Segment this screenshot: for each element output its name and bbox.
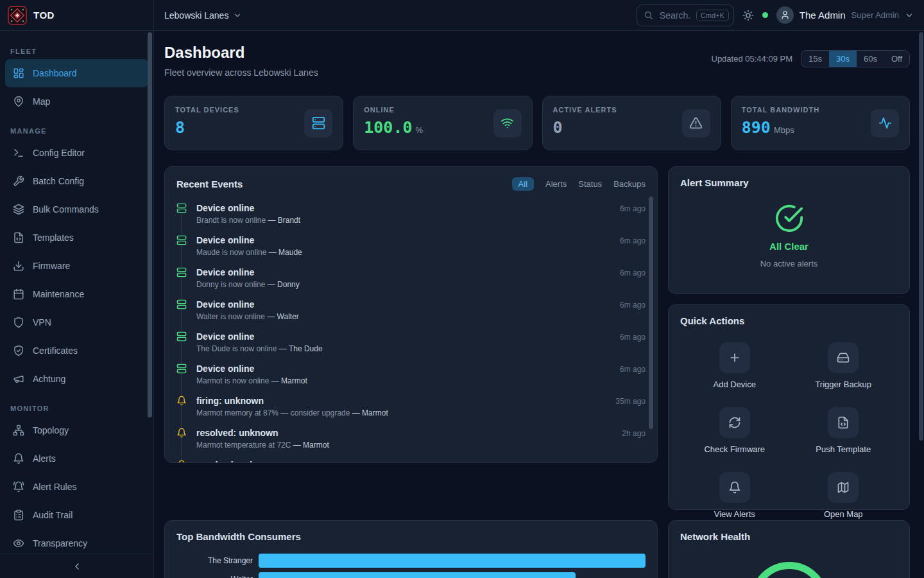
user-menu[interactable]: The Admin Super Admin: [776, 6, 914, 24]
event-time: 6m ago: [620, 268, 646, 277]
sidebar-item-templates[interactable]: Templates: [5, 223, 148, 252]
org-switcher[interactable]: Lebowski Lanes: [164, 10, 242, 21]
event-title: resolved: unknown: [196, 428, 278, 438]
map-pin-icon: [13, 96, 24, 107]
theme-toggle-sun-icon[interactable]: [742, 10, 754, 21]
stat-unit: %: [416, 125, 424, 135]
event-title: Device online: [196, 267, 254, 277]
sidebar-item-achtung[interactable]: Achtung: [5, 365, 148, 393]
server-icon: [176, 331, 187, 342]
bandwidth-device-label: The Stranger: [176, 556, 259, 565]
event-time: 6m ago: [620, 204, 646, 213]
event-list: Device online6m ago Brandt is now online…: [176, 203, 646, 463]
clipboard-list-icon: [13, 509, 24, 521]
events-filter-alerts[interactable]: Alerts: [545, 179, 567, 189]
sidebar-item-alert-rules[interactable]: Alert Rules: [5, 473, 148, 501]
refresh-interval-60s[interactable]: 60s: [857, 51, 884, 67]
layers-icon: [13, 204, 24, 215]
sidebar-item-alerts[interactable]: Alerts: [5, 444, 148, 473]
sidebar-item-audit-trail[interactable]: Audit Trail: [5, 501, 148, 529]
event-time: 6m ago: [620, 333, 646, 342]
refresh-interval-off[interactable]: Off: [884, 51, 909, 67]
quick-action-check-firmware[interactable]: Check Firmware: [680, 407, 789, 454]
shield-check-icon: [13, 345, 24, 356]
event-row: Device online6m ago Maude is now online …: [176, 235, 646, 257]
user-name: The Admin: [800, 10, 846, 21]
sidebar-item-config-editor[interactable]: Config Editor: [5, 139, 148, 167]
eye-icon: [13, 538, 24, 549]
stat-card-total-bandwidth: TOTAL BANDWIDTH 890Mbps: [731, 96, 910, 150]
alert-triangle-icon: [689, 116, 703, 130]
sidebar-scrollbar[interactable]: [148, 32, 152, 417]
sidebar-item-label: Achtung: [33, 374, 65, 384]
event-title: Device online: [196, 235, 254, 245]
event-time: 6m ago: [620, 236, 646, 245]
chevron-left-icon[interactable]: [72, 561, 82, 572]
megaphone-icon: [13, 373, 24, 385]
stat-value: 8: [175, 118, 185, 137]
quick-action-open-map[interactable]: Open Map: [789, 472, 898, 519]
tod-logo-icon: [8, 6, 27, 25]
sidebar-section-fleet: FLEET: [10, 48, 143, 55]
stat-icon-chip: [682, 109, 710, 137]
main-content: Dashboard Fleet overview across Lebowski…: [154, 31, 924, 578]
alert-summary-title: Alert Summary: [680, 177, 898, 188]
server-icon: [312, 116, 325, 130]
sidebar-item-certificates[interactable]: Certificates: [5, 337, 148, 365]
stat-cards: TOTAL DEVICES 8 ONLINE 100.0% ACTIVE A: [164, 96, 910, 150]
event-row: firing: unknown35m ago Marmot memory at …: [176, 396, 646, 417]
bell-icon: [728, 481, 741, 494]
event-row: resolved: unknown4h ago: [176, 460, 646, 463]
status-dot: [762, 12, 768, 18]
event-detail: Brandt is now online: [196, 216, 266, 225]
quick-action-label: View Alerts: [714, 509, 755, 519]
event-device: — Donny: [268, 280, 300, 289]
sidebar: FLEET Dashboard Map MANAGE Config Editor…: [0, 31, 154, 578]
page-head: Dashboard Fleet overview across Lebowski…: [164, 44, 910, 78]
topbar: TOD Lebowski Lanes Cmd+K The Admin Super…: [0, 0, 924, 31]
sidebar-item-bulk-commands[interactable]: Bulk Commands: [5, 195, 148, 223]
recent-events-title: Recent Events: [176, 179, 243, 189]
sidebar-item-label: Dashboard: [33, 68, 77, 78]
refresh-interval-15s[interactable]: 15s: [801, 51, 829, 67]
quick-actions-panel: Quick Actions Add Device Trigger Backup: [668, 304, 910, 510]
quick-action-push-template[interactable]: Push Template: [789, 407, 898, 454]
refresh-interval-30s[interactable]: 30s: [829, 51, 857, 67]
main-scrollbar[interactable]: [919, 32, 923, 441]
stat-unit: Mbps: [774, 125, 794, 135]
stat-label: TOTAL BANDWIDTH: [742, 106, 819, 114]
sidebar-item-label: Firmware: [33, 261, 70, 271]
sidebar-item-vpn[interactable]: VPN: [5, 308, 148, 337]
quick-action-view-alerts[interactable]: View Alerts: [680, 472, 789, 519]
sidebar-item-batch-config[interactable]: Batch Config: [5, 167, 148, 195]
stat-value: 100.0: [364, 118, 412, 137]
avatar: [776, 6, 794, 24]
events-filter-status[interactable]: Status: [578, 179, 602, 189]
events-filter-backups[interactable]: Backups: [613, 179, 646, 189]
page-subtitle: Fleet overview across Lebowski Lanes: [164, 67, 318, 78]
user-icon: [780, 10, 790, 20]
quick-action-add-device[interactable]: Add Device: [680, 342, 789, 389]
events-filter-all[interactable]: All: [512, 177, 534, 191]
quick-action-trigger-backup[interactable]: Trigger Backup: [789, 342, 898, 389]
sidebar-item-label: Config Editor: [33, 148, 85, 158]
sidebar-item-map[interactable]: Map: [5, 87, 148, 116]
search-input[interactable]: [658, 10, 691, 21]
bandwidth-bar: [259, 572, 576, 578]
events-scrollbar[interactable]: [649, 197, 653, 429]
event-row: resolved: unknown2h ago Marmot temperatu…: [176, 428, 646, 450]
shield-icon: [13, 317, 24, 328]
bandwidth-device-label: Walter: [176, 575, 259, 578]
stat-icon-chip: [493, 109, 522, 137]
sidebar-item-maintenance[interactable]: Maintenance: [5, 280, 148, 308]
event-title: Device online: [196, 331, 254, 342]
sidebar-item-firmware[interactable]: Firmware: [5, 252, 148, 280]
search-box[interactable]: Cmd+K: [637, 4, 734, 26]
sidebar-item-topology[interactable]: Topology: [5, 416, 148, 444]
alert-summary-status: All Clear: [769, 241, 809, 252]
map-icon: [837, 481, 850, 494]
download-icon: [13, 260, 24, 272]
sidebar-item-dashboard[interactable]: Dashboard: [5, 59, 148, 87]
brand-name: TOD: [33, 10, 55, 21]
network-health-ring: 100: [750, 562, 828, 578]
